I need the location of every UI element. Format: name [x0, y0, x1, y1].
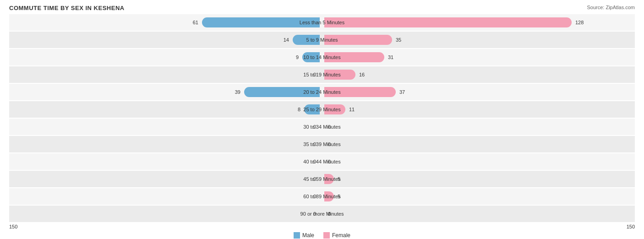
left-section: 9 — [9, 49, 322, 65]
legend-female: Female — [323, 232, 350, 239]
male-bar — [304, 104, 320, 114]
right-section: 5 — [322, 188, 635, 205]
male-bar — [244, 87, 320, 97]
female-bar — [324, 52, 384, 62]
left-section: 39 — [9, 84, 322, 100]
right-section: 11 — [322, 101, 635, 118]
female-value: 16 — [359, 72, 365, 77]
female-bar — [324, 104, 345, 114]
female-value: 0 — [328, 141, 331, 147]
female-value: 35 — [396, 37, 401, 43]
bar-row: 035 to 39 Minutes0 — [9, 136, 635, 152]
legend-male: Male — [294, 232, 314, 239]
left-section: 61 — [9, 14, 322, 31]
right-section: 0 — [322, 153, 635, 170]
chart-title: COMMUTE TIME BY SEX IN KESHENA — [9, 5, 635, 11]
bar-row: 045 to 59 Minutes5 — [9, 171, 635, 187]
male-bar — [302, 52, 320, 62]
female-value: 5 — [338, 194, 340, 199]
female-value: 31 — [388, 54, 393, 60]
bar-row: 040 to 44 Minutes0 — [9, 153, 635, 170]
bar-row: 090 or more Minutes0 — [9, 206, 635, 222]
female-value: 0 — [328, 159, 331, 164]
axis-right: 150 — [627, 224, 635, 229]
female-bar — [324, 87, 396, 97]
male-value: 39 — [235, 89, 240, 95]
right-section: 37 — [322, 84, 635, 100]
right-section: 0 — [322, 119, 635, 135]
right-section: 31 — [322, 49, 635, 65]
female-value: 37 — [399, 89, 405, 95]
bar-row: 015 to 19 Minutes16 — [9, 66, 635, 83]
bar-row: 030 to 34 Minutes0 — [9, 119, 635, 135]
male-value: 0 — [313, 211, 316, 217]
male-value: 9 — [296, 54, 299, 60]
female-value: 11 — [349, 107, 355, 112]
source-label: Source: ZipAtlas.com — [587, 5, 635, 10]
left-section: 0 — [9, 171, 322, 187]
bottom-axis: 150 150 — [9, 224, 635, 229]
female-value: 0 — [328, 211, 331, 217]
left-section: 0 — [9, 66, 322, 83]
male-legend-box — [294, 232, 300, 239]
right-section: 0 — [322, 206, 635, 222]
female-value: 0 — [328, 124, 331, 130]
female-bar — [324, 174, 334, 184]
male-value: 0 — [313, 159, 316, 164]
male-value: 14 — [284, 37, 289, 43]
left-section: 0 — [9, 206, 322, 222]
male-value: 0 — [313, 176, 316, 182]
right-section: 128 — [322, 14, 635, 31]
bar-row: 3920 to 24 Minutes37 — [9, 84, 635, 100]
female-bar — [324, 70, 355, 80]
female-legend-label: Female — [332, 232, 350, 239]
bar-row: 060 to 89 Minutes5 — [9, 188, 635, 205]
legend: Male Female — [9, 232, 635, 239]
male-value: 61 — [193, 20, 198, 25]
left-section: 14 — [9, 32, 322, 48]
left-section: 0 — [9, 119, 322, 135]
female-bar — [324, 35, 392, 45]
male-bar — [202, 17, 320, 27]
left-section: 8 — [9, 101, 322, 118]
male-legend-label: Male — [302, 232, 314, 239]
left-section: 0 — [9, 153, 322, 170]
female-bar — [324, 191, 334, 201]
chart-container: COMMUTE TIME BY SEX IN KESHENA Source: Z… — [0, 0, 644, 239]
female-value: 128 — [575, 20, 584, 25]
right-section: 16 — [322, 66, 635, 83]
right-section: 0 — [322, 136, 635, 152]
right-section: 5 — [322, 171, 635, 187]
male-value: 0 — [313, 72, 316, 77]
left-section: 0 — [9, 188, 322, 205]
bar-row: 61Less than 5 Minutes128 — [9, 14, 635, 31]
female-value: 5 — [338, 176, 340, 182]
axis-left: 150 — [9, 224, 17, 229]
bars-area: 61Less than 5 Minutes128145 to 9 Minutes… — [9, 14, 635, 222]
bar-row: 910 to 14 Minutes31 — [9, 49, 635, 65]
left-section: 0 — [9, 136, 322, 152]
right-section: 35 — [322, 32, 635, 48]
male-bar — [293, 35, 320, 45]
male-value: 8 — [298, 107, 300, 112]
female-bar — [324, 17, 572, 27]
male-value: 0 — [313, 124, 316, 130]
bar-row: 145 to 9 Minutes35 — [9, 32, 635, 48]
bar-row: 825 to 29 Minutes11 — [9, 101, 635, 118]
female-legend-box — [323, 232, 330, 239]
male-value: 0 — [313, 141, 316, 147]
male-value: 0 — [313, 194, 316, 199]
